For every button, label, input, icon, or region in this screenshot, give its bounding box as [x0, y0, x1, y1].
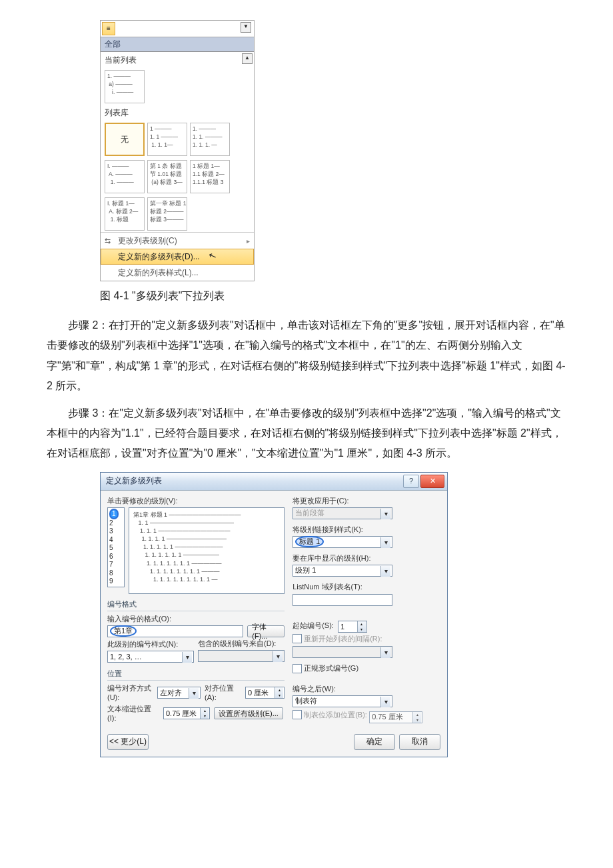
combo-value: 制表符	[295, 696, 317, 706]
list-tile[interactable]: 第 1 条 标题 节 1.01 标题 (a) 标题 3—	[147, 160, 187, 193]
spinner-value: 0.75 厘米	[372, 712, 402, 722]
checkbox-box-icon	[293, 664, 302, 673]
follow-combo[interactable]: 制表符	[293, 695, 392, 707]
label-link-style: 将级别链接到样式(K):	[293, 525, 440, 535]
gallery-scroll-up-icon[interactable]: ▲	[242, 53, 253, 64]
level-item[interactable]: 2	[109, 519, 113, 527]
enter-format-input[interactable]: 第1章	[107, 625, 243, 637]
tab-add-spinner[interactable]: 0.75 厘米	[369, 711, 422, 723]
combo-value: 1, 2, 3, …	[110, 653, 142, 661]
checkbox-label: 重新开始列表的间隔(R):	[304, 634, 382, 644]
show-in-lib-combo[interactable]: 级别 1	[293, 565, 392, 577]
cancel-button[interactable]: 取消	[399, 734, 440, 750]
num-style-combo[interactable]: 1, 2, 3, …	[107, 651, 194, 663]
checkbox-label: 制表位添加位置(B):	[304, 710, 367, 720]
list-tile[interactable]: 1 标题 1— 1.1 标题 2— 1.1.1 标题 3	[190, 160, 230, 193]
define-multilevel-list-dialog: 定义新多级列表 ? ✕ 单击要修改的级别(V): 1 2 3 4 5 6 7 8…	[100, 472, 448, 757]
link-style-combo[interactable]: 标题 1	[293, 536, 392, 548]
list-tile[interactable]: I. 标题 1— A. 标题 2— 1. 标题	[105, 197, 145, 231]
dialog-title: 定义新多级列表	[106, 475, 162, 487]
list-tile-none[interactable]: 无	[105, 123, 145, 156]
gallery-row: 无 1 ——— 1. 1 ——— 1. 1. 1— 1. ——— 1. 1. —…	[101, 120, 254, 157]
levels-listbox[interactable]: 1 2 3 4 5 6 7 8 9	[107, 507, 125, 587]
gallery-section-label: 当前列表	[105, 55, 137, 65]
set-all-levels-button[interactable]: 设置所有级别(E)...	[214, 707, 283, 719]
help-button[interactable]: ?	[403, 475, 419, 488]
gallery-row: I. ——— A. ——— 1. ——— 第 1 条 标题 节 1.01 标题 …	[101, 157, 254, 195]
combo-value: 当前段落	[295, 508, 324, 518]
list-tile[interactable]: 1. ——— 1. 1. ——— 1. 1. 1. —	[190, 123, 230, 156]
checkbox-label: 正规形式编号(G)	[304, 663, 358, 673]
num-align-combo[interactable]: 左对齐	[157, 687, 201, 699]
restart-checkbox[interactable]: 重新开始列表的间隔(R):	[293, 634, 382, 644]
dialog-body: 单击要修改的级别(V): 1 2 3 4 5 6 7 8 9 第1章 标题 1 …	[101, 491, 447, 730]
enter-format-value: 第1章	[110, 625, 137, 637]
spinner-value: 1	[340, 623, 344, 631]
restart-at-combo[interactable]	[293, 646, 392, 658]
label-show-in-lib: 要在库中显示的级别(H):	[293, 553, 440, 563]
figure-caption-4-1: 图 4-1 "多级列表"下拉列表	[100, 289, 566, 303]
group-number-format: 编号格式	[107, 599, 285, 611]
close-button[interactable]: ✕	[420, 475, 444, 488]
listnum-input[interactable]	[293, 594, 392, 606]
level-item[interactable]: 4	[109, 536, 113, 543]
gallery-header-all: 全部	[101, 37, 254, 52]
level-item[interactable]: 9	[109, 577, 113, 585]
multilevel-list-ribbon-icon[interactable]: ≡	[102, 22, 115, 35]
list-tile-current[interactable]: 1. ——— a) ——— i. ———	[105, 70, 145, 103]
ok-button[interactable]: 确定	[354, 734, 395, 750]
label-num-align: 编号对齐方式(U):	[107, 683, 153, 701]
combo-value: 级别 1	[295, 565, 316, 575]
label-follow: 编号之后(W):	[293, 684, 440, 694]
menu-item-label: 更改列表级别(C)	[118, 235, 177, 247]
group-position: 位置	[107, 669, 285, 681]
level-item[interactable]: 3	[109, 527, 113, 535]
indent-at-spinner[interactable]: 0.75 厘米	[163, 707, 210, 719]
gallery-anchor-icon: ≡	[101, 21, 254, 37]
list-tile[interactable]: 1 ——— 1. 1 ——— 1. 1. 1—	[147, 123, 187, 156]
font-button[interactable]: 字体(F)...	[247, 625, 285, 637]
label-apply-to: 将更改应用于(C):	[293, 496, 440, 506]
label-align-at: 对齐位置(A):	[205, 683, 241, 701]
level-item[interactable]: 8	[109, 569, 113, 577]
gallery-row: I. 标题 1— A. 标题 2— 1. 标题 第一章 标题 1 标题 2———…	[101, 195, 254, 232]
dialog-left-column: 单击要修改的级别(V): 1 2 3 4 5 6 7 8 9 第1章 标题 1 …	[107, 496, 285, 725]
checkbox-box-icon	[293, 710, 302, 719]
spinner-value: 0.75 厘米	[166, 709, 197, 719]
level-item[interactable]: 5	[109, 544, 113, 551]
paragraph-step-3: 步骤 3：在"定义新多级列表"对话框中，在"单击要修改的级别"列表框中选择"2"…	[47, 403, 566, 464]
label-include-from: 包含的级别编号来自(D):	[198, 639, 285, 649]
gallery-footer: ⇆ 更改列表级别(C) ▸ 定义新的多级列表(D)... 定义新的列表样式(L)…	[101, 232, 254, 281]
paragraph-step-2: 步骤 2：在打开的"定义新多级列表"对话框中，单击该对话框左下角的"更多"按钮，…	[47, 315, 566, 397]
tab-add-checkbox[interactable]: 制表位添加位置(B):	[293, 710, 367, 720]
gallery-section-library: 列表库	[101, 105, 254, 120]
gallery-row: 1. ——— a) ——— i. ———	[101, 67, 254, 105]
list-preview-box: 第1章 标题 1 ———————————— 1. 1 —————————————…	[129, 507, 285, 594]
multilevel-list-gallery: ≡ 全部 当前列表 ▲ 1. ——— a) ——— i. ——— 列表库 无 1…	[100, 20, 255, 281]
label-listnum: ListNum 域列表名(T):	[293, 582, 440, 592]
level-item[interactable]: 6	[109, 553, 113, 560]
define-new-multilevel-item[interactable]: 定义新的多级列表(D)...	[101, 249, 254, 265]
combo-value: 标题 1	[295, 536, 324, 547]
label-num-style: 此级别的编号样式(N):	[107, 639, 194, 649]
include-from-combo[interactable]	[198, 650, 285, 662]
submenu-arrow-icon: ▸	[247, 237, 250, 245]
level-item[interactable]: 7	[109, 561, 113, 568]
label-start-at: 起始编号(S):	[293, 621, 334, 631]
dialog-footer: << 更少(L) 确定 取消	[101, 730, 447, 757]
less-button[interactable]: << 更少(L)	[107, 734, 149, 750]
gallery-scroll-down-icon[interactable]: ▼	[241, 22, 251, 33]
change-list-level-item[interactable]: ⇆ 更改列表级别(C) ▸	[101, 233, 254, 249]
start-at-spinner[interactable]: 1	[338, 621, 367, 633]
legal-checkbox[interactable]: 正规形式编号(G)	[293, 663, 358, 673]
checkbox-box-icon	[293, 634, 302, 643]
list-tile[interactable]: 第一章 标题 1 标题 2——— 标题 3———	[147, 197, 187, 231]
define-new-list-style-item[interactable]: 定义新的列表样式(L)...	[101, 265, 254, 281]
align-at-spinner[interactable]: 0 厘米	[245, 687, 285, 699]
apply-to-combo[interactable]: 当前段落	[293, 507, 392, 519]
level-item-selected[interactable]: 1	[109, 509, 119, 519]
dialog-right-column: 将更改应用于(C): 当前段落 将级别链接到样式(K): 标题 1 要在库中显示…	[293, 496, 440, 725]
dialog-title-bar: 定义新多级列表 ? ✕	[101, 473, 447, 491]
list-tile[interactable]: I. ——— A. ——— 1. ———	[105, 160, 145, 193]
combo-value: 左对齐	[160, 688, 182, 698]
